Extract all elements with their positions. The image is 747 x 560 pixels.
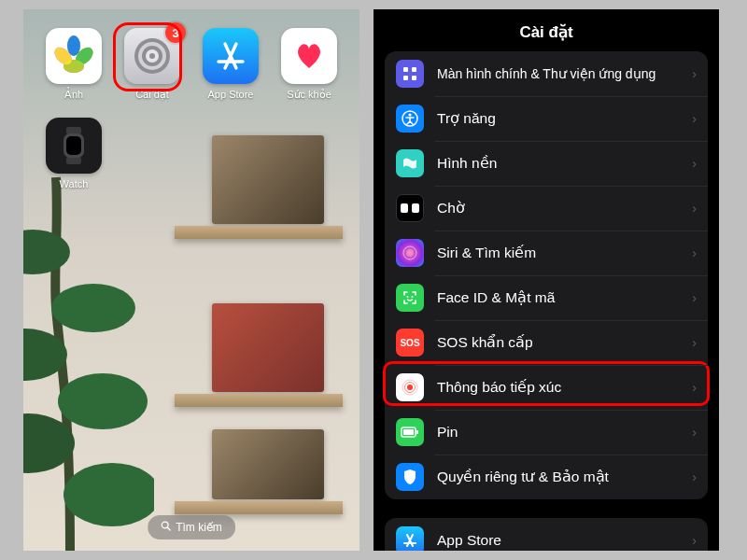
row-label: Trợ năng (437, 110, 679, 127)
row-label: Siri & Tìm kiếm (437, 245, 679, 261)
app-icon-photos[interactable]: Ảnh (38, 28, 109, 101)
health-icon (281, 28, 337, 84)
faceid-icon (396, 284, 424, 312)
row-label: Chờ (437, 200, 679, 217)
svg-rect-22 (66, 136, 81, 155)
svg-point-1 (51, 284, 135, 332)
home-screen-icon (396, 60, 424, 88)
standby-icon (396, 194, 424, 222)
svg-point-37 (407, 385, 413, 390)
chevron-right-icon: › (692, 66, 697, 81)
svg-point-36 (412, 296, 414, 298)
svg-rect-42 (416, 430, 418, 434)
wallpaper-shelf (175, 303, 343, 406)
settings-row-privacy[interactable]: Quyền riêng tư & Bảo mật › (385, 455, 708, 499)
chevron-right-icon: › (692, 245, 697, 260)
svg-rect-27 (403, 76, 408, 80)
battery-icon (396, 418, 424, 446)
svg-rect-41 (403, 429, 414, 435)
svg-rect-32 (412, 203, 419, 213)
chevron-right-icon: › (692, 533, 697, 548)
svg-point-34 (406, 249, 414, 257)
svg-point-35 (407, 296, 409, 298)
sos-icon: SOS (396, 329, 424, 357)
accessibility-icon (396, 105, 424, 133)
app-label: Ảnh (64, 89, 83, 101)
svg-rect-19 (66, 127, 81, 134)
settings-row-appstore[interactable]: App Store › (385, 518, 708, 551)
row-label: Face ID & Mật mã (437, 289, 679, 306)
settings-group: App Store › Ví & Apple Pay › (385, 518, 708, 551)
app-icon-appstore[interactable]: App Store (195, 28, 266, 101)
chevron-right-icon: › (692, 290, 697, 305)
chevron-right-icon: › (692, 425, 697, 440)
appstore-icon (396, 526, 424, 551)
chevron-right-icon: › (692, 469, 697, 484)
app-label: Cài đặt (135, 89, 169, 101)
siri-icon (396, 239, 424, 267)
appstore-icon (203, 28, 259, 84)
svg-point-2 (23, 329, 67, 381)
settings-row-sos[interactable]: SOS SOS khẩn cấp › (385, 320, 708, 365)
watch-icon (46, 118, 102, 174)
settings-row-siri[interactable]: Siri & Tìm kiếm › (385, 231, 708, 275)
row-label: App Store (437, 532, 679, 549)
chevron-right-icon: › (692, 156, 697, 171)
row-label: Pin (437, 424, 679, 441)
app-label: App Store (208, 89, 254, 100)
row-label: Hình nền (437, 155, 679, 172)
app-icon-settings[interactable]: 3 Cài đặt (117, 28, 188, 101)
svg-rect-26 (412, 67, 416, 72)
settings-row-home-screen[interactable]: Màn hình chính & Thư viện ứng dụng › (385, 51, 708, 96)
ios-home-screen: Ảnh 3 Cài đặt (23, 9, 359, 551)
svg-point-3 (58, 373, 148, 429)
chevron-right-icon: › (692, 111, 697, 126)
chevron-right-icon: › (692, 335, 697, 350)
settings-icon: 3 (124, 28, 180, 84)
svg-rect-25 (403, 67, 408, 72)
app-icon-watch[interactable]: Watch (38, 118, 109, 189)
search-icon (161, 521, 171, 534)
app-label: Watch (60, 178, 89, 189)
svg-point-30 (408, 113, 411, 116)
exposure-icon (396, 373, 424, 401)
svg-point-4 (23, 413, 75, 473)
search-label: Tìm kiếm (176, 521, 222, 534)
svg-point-5 (63, 463, 154, 526)
page-title: Cài đặt (374, 9, 719, 51)
svg-point-10 (67, 35, 80, 56)
settings-row-standby[interactable]: Chờ › (385, 186, 708, 231)
settings-row-wallpaper[interactable]: Hình nền › (385, 141, 708, 186)
svg-rect-31 (401, 203, 408, 213)
privacy-icon (396, 463, 424, 491)
svg-point-0 (23, 230, 70, 274)
settings-row-exposure[interactable]: Thông báo tiếp xúc › (385, 365, 708, 410)
chevron-right-icon: › (692, 201, 697, 216)
notification-badge: 3 (165, 22, 186, 43)
settings-row-battery[interactable]: Pin › (385, 410, 708, 455)
svg-line-24 (167, 527, 170, 530)
ios-settings-screen: Cài đặt Màn hình chính & Thư viện ứng dụ… (374, 9, 719, 551)
chevron-right-icon: › (692, 380, 697, 395)
settings-group: Màn hình chính & Thư viện ứng dụng › Trợ… (385, 51, 708, 499)
photos-icon (46, 28, 102, 84)
app-icon-health[interactable]: Sức khỏe (274, 28, 345, 101)
svg-rect-28 (412, 76, 416, 80)
settings-row-faceid[interactable]: Face ID & Mật mã › (385, 275, 708, 320)
settings-row-accessibility[interactable]: Trợ năng › (385, 96, 708, 141)
svg-point-18 (149, 53, 155, 59)
row-label: Quyền riêng tư & Bảo mật (437, 469, 679, 485)
wallpaper-icon (396, 149, 424, 177)
row-label: Thông báo tiếp xúc (437, 379, 679, 396)
row-label: Màn hình chính & Thư viện ứng dụng (437, 66, 679, 81)
svg-rect-20 (66, 157, 81, 164)
app-label: Sức khỏe (287, 89, 331, 101)
spotlight-search[interactable]: Tìm kiếm (148, 515, 235, 539)
row-label: SOS khẩn cấp (437, 334, 679, 351)
